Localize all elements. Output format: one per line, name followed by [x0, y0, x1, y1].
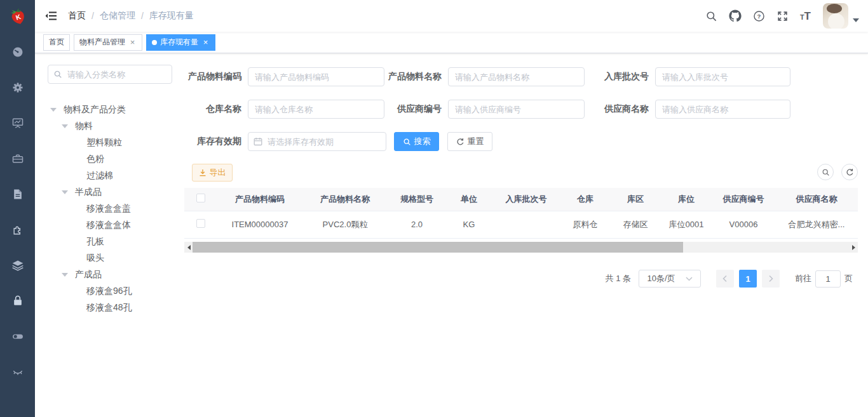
tree-expand-icon[interactable] — [62, 124, 72, 128]
scroll-left-arrow[interactable] — [184, 242, 193, 253]
goto-suffix: 页 — [844, 273, 853, 284]
sidebar-item-eye-closed[interactable] — [0, 354, 35, 390]
page-size-select[interactable]: 10条/页 — [639, 270, 701, 288]
horizontal-scrollbar[interactable] — [184, 242, 858, 253]
tab-label: 首页 — [49, 37, 64, 48]
select-all-checkbox[interactable] — [196, 194, 205, 202]
tree-expand-icon[interactable] — [50, 108, 60, 112]
sidebar-item-document[interactable] — [0, 176, 35, 212]
goto-prefix: 前往 — [795, 273, 811, 284]
inbound-batch-input[interactable] — [655, 67, 790, 86]
warehouse-name-input[interactable] — [248, 100, 384, 119]
tab-material-product[interactable]: 物料产品管理 × — [74, 34, 142, 51]
next-page-button[interactable] — [762, 270, 780, 288]
cell-zone: 存储区 — [610, 211, 661, 238]
sidebar-item-system[interactable] — [0, 70, 35, 105]
calendar-icon — [254, 137, 262, 146]
tree-node-leaf[interactable]: 吸头 — [48, 250, 172, 267]
tree-expand-icon[interactable] — [62, 273, 72, 277]
refresh-icon — [846, 168, 854, 176]
search-button[interactable]: 搜索 — [394, 132, 439, 151]
dashboard-icon — [11, 46, 24, 58]
sidebar: K — [0, 0, 35, 417]
tree-node-leaf[interactable]: 塑料颗粒 — [48, 135, 172, 151]
tab-label: 库存现有量 — [160, 37, 198, 48]
chevron-left-icon — [722, 275, 728, 282]
category-search-input[interactable] — [48, 65, 172, 84]
fullscreen-button[interactable] — [771, 0, 794, 32]
export-button[interactable]: 导出 — [192, 164, 233, 182]
toggle-search-button[interactable] — [817, 164, 834, 180]
breadcrumb-home[interactable]: 首页 — [68, 10, 86, 22]
tab-close-icon[interactable]: × — [201, 38, 210, 46]
chart-board-icon — [11, 117, 24, 129]
search-icon — [822, 168, 830, 176]
scroll-right-arrow[interactable] — [849, 242, 858, 253]
tree-node-leaf[interactable]: 孔板 — [48, 234, 172, 250]
tab-close-icon[interactable]: × — [128, 38, 137, 46]
cell-warehouse: 原料仓 — [560, 211, 610, 238]
tree-node-leaf[interactable]: 移液盒盒盖 — [48, 201, 172, 217]
sidebar-item-lock[interactable] — [0, 283, 35, 319]
reset-button[interactable]: 重置 — [447, 132, 492, 151]
cell-batch — [492, 211, 560, 238]
sidebar-item-plugin[interactable] — [0, 212, 35, 248]
column-header: 库区 — [610, 188, 661, 211]
row-checkbox[interactable] — [196, 219, 205, 228]
puzzle-icon — [11, 223, 24, 236]
scrollbar-thumb[interactable] — [193, 242, 683, 253]
sidebar-item-toggle[interactable] — [0, 319, 35, 354]
tree-node-leaf[interactable]: 色粉 — [48, 151, 172, 168]
help-button[interactable]: ? — [747, 0, 771, 32]
header-search-button[interactable] — [700, 0, 723, 32]
tab-stock-on-hand[interactable]: 库存现有量 × — [146, 34, 215, 51]
column-header: 入库批次号 — [492, 188, 560, 211]
app-logo[interactable]: K — [0, 0, 35, 32]
tree-node-leaf[interactable]: 移液盒48孔 — [48, 300, 172, 316]
sidebar-item-monitor[interactable] — [0, 105, 35, 141]
menu-fold-icon — [44, 10, 57, 22]
tree-node-semi-finished[interactable]: 半成品 — [48, 184, 172, 201]
supplier-code-input[interactable] — [448, 100, 585, 119]
tree-node-finished[interactable]: 产成品 — [48, 267, 172, 283]
sidebar-item-toolbox[interactable] — [0, 141, 35, 176]
user-menu[interactable] — [823, 3, 859, 29]
strawberry-logo-icon: K — [7, 5, 29, 27]
cell-item-code: ITEM00000037 — [217, 211, 302, 238]
sidebar-item-dashboard[interactable] — [0, 34, 35, 70]
tree-node-leaf[interactable]: 移液盒盒体 — [48, 217, 172, 234]
tree-node-material[interactable]: 物料 — [48, 118, 172, 135]
github-link-button[interactable] — [723, 0, 747, 32]
column-header: 供应商编号 — [712, 188, 775, 211]
prev-page-button[interactable] — [716, 270, 734, 288]
tree-node-root[interactable]: 物料及产品分类 — [48, 102, 172, 118]
table-header-row: 产品物料编码 产品物料名称 规格型号 单位 入库批次号 仓库 库区 库位 供应商… — [184, 188, 858, 211]
refresh-table-button[interactable] — [841, 164, 858, 180]
supplier-name-input[interactable] — [655, 100, 790, 119]
font-size-button[interactable]: TT — [794, 0, 817, 32]
main-content: 物料及产品分类 物料 塑料颗粒 色粉 过滤棉 — [35, 53, 868, 417]
item-name-input[interactable] — [448, 67, 585, 86]
tree-node-label: 移液盒96孔 — [86, 286, 132, 297]
tree-node-label: 产成品 — [75, 269, 102, 281]
tree-node-leaf[interactable]: 过滤棉 — [48, 168, 172, 184]
sidebar-toggle-button[interactable] — [35, 0, 67, 32]
cell-supplier-name: 合肥龙兴精密... — [775, 211, 858, 238]
field-label: 入库批次号 — [590, 71, 655, 83]
goto-page-input[interactable] — [815, 270, 841, 288]
field-label: 产品物料编码 — [184, 71, 248, 83]
toolbox-icon — [11, 152, 24, 165]
tab-home[interactable]: 首页 — [43, 34, 70, 51]
app-root: K — [0, 0, 868, 417]
stock-expiry-input[interactable] — [248, 132, 386, 151]
page-size-value: 10条/页 — [647, 273, 675, 284]
goto-page: 前往 页 — [795, 270, 853, 288]
tree-node-leaf[interactable]: 移液盒96孔 — [48, 283, 172, 300]
sidebar-item-layers[interactable] — [0, 248, 35, 283]
page-number-1[interactable]: 1 — [739, 270, 757, 288]
tree-expand-icon[interactable] — [62, 190, 72, 194]
table-row[interactable]: ITEM00000037 PVC2.0颗粒 2.0 KG 原料仓 存储区 库位0… — [184, 211, 858, 238]
column-header: 产品物料编码 — [217, 188, 302, 211]
fullscreen-icon — [776, 10, 789, 22]
item-code-input[interactable] — [248, 67, 384, 86]
